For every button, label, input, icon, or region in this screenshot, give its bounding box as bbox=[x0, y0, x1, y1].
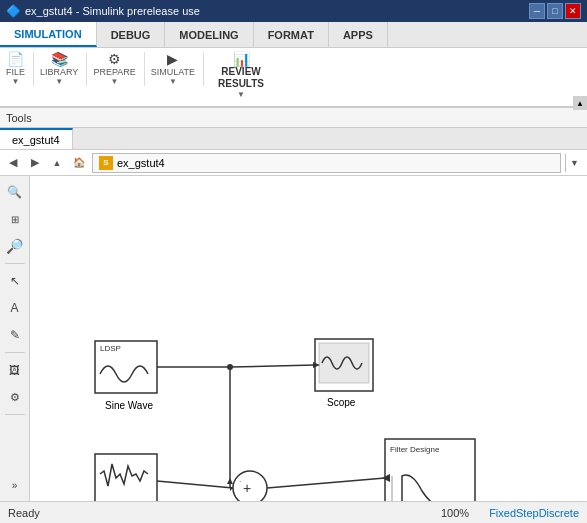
tools-label: Tools bbox=[6, 112, 32, 124]
image-button[interactable]: 🖼 bbox=[3, 358, 27, 382]
library-group-content: 📚 LIBRARY ▼ bbox=[40, 52, 78, 86]
simulate-group-content: ▶ SIMULATE ▼ bbox=[151, 52, 195, 86]
menu-tabs: SIMULATION DEBUG MODELING FORMAT APPS bbox=[0, 22, 587, 48]
address-model-icon: S bbox=[99, 156, 113, 170]
close-button[interactable]: ✕ bbox=[565, 3, 581, 19]
ribbon-group-library: 📚 LIBRARY ▼ bbox=[40, 52, 87, 86]
sum-top-arrow bbox=[227, 478, 233, 484]
review-icon: 📊 bbox=[233, 52, 250, 66]
library-icon: 📚 bbox=[51, 52, 68, 66]
wire-random-to-sum bbox=[157, 481, 233, 488]
wire-sum-to-filter bbox=[267, 478, 385, 488]
toolbar-separator-1 bbox=[5, 263, 25, 264]
library-label: LIBRARY bbox=[40, 67, 78, 77]
ribbon-group-file: 📄 FILE ▼ bbox=[6, 52, 34, 86]
wire-junction-to-scope bbox=[230, 365, 315, 367]
filter-top-label: Filter Designe bbox=[390, 445, 440, 454]
address-input[interactable]: S ex_gstut4 bbox=[92, 153, 561, 173]
tab-modeling[interactable]: MODELING bbox=[165, 22, 253, 47]
tools-bar: Tools bbox=[0, 108, 587, 128]
prepare-label: PREPARE bbox=[93, 67, 135, 77]
scope-label: Scope bbox=[327, 397, 356, 408]
properties-button[interactable]: ⚙ bbox=[3, 385, 27, 409]
review-label: REVIEWRESULTS bbox=[218, 66, 264, 90]
ribbon: 📄 FILE ▼ 📚 LIBRARY ▼ ⚙ PREPARE ▼ ▶ SIMUL… bbox=[0, 48, 587, 108]
connect-tool-button[interactable]: ✎ bbox=[3, 323, 27, 347]
address-path: ex_gstut4 bbox=[117, 157, 165, 169]
expand-button[interactable]: » bbox=[3, 473, 27, 497]
address-bar: ◀ ▶ ▲ 🏠 S ex_gstut4 ▼ bbox=[0, 150, 587, 176]
app-icon: 🔷 bbox=[6, 4, 21, 18]
prepare-icon: ⚙ bbox=[108, 52, 121, 66]
junction-dot bbox=[227, 364, 233, 370]
sine-wave-label: Sine Wave bbox=[105, 400, 153, 411]
nav-back-button[interactable]: ◀ bbox=[4, 154, 22, 172]
tab-bar: ex_gstut4 bbox=[0, 128, 587, 150]
file-group-content: 📄 FILE ▼ bbox=[6, 52, 25, 86]
toolbar-separator-2 bbox=[5, 352, 25, 353]
nav-forward-button[interactable]: ▶ bbox=[26, 154, 44, 172]
maximize-button[interactable]: □ bbox=[547, 3, 563, 19]
sum-plus-sign: + bbox=[243, 480, 251, 496]
file-icon: 📄 bbox=[7, 52, 24, 66]
library-arrow[interactable]: ▼ bbox=[55, 77, 63, 86]
text-tool-button[interactable]: A bbox=[3, 296, 27, 320]
ribbon-group-review: 📊 REVIEWRESULTS ▼ bbox=[210, 52, 272, 99]
zoom-out-button[interactable]: 🔎 bbox=[3, 234, 27, 258]
minimize-button[interactable]: ─ bbox=[529, 3, 545, 19]
left-toolbar: 🔍 ⊞ 🔎 ↖ A ✎ 🖼 ⚙ » bbox=[0, 176, 30, 501]
zoom-in-button[interactable]: 🔍 bbox=[3, 180, 27, 204]
canvas-svg: LDSP Sine Wave Random Source + · bbox=[30, 176, 587, 501]
status-bar: Ready 100% FixedStepDiscrete bbox=[0, 501, 587, 523]
simulate-arrow[interactable]: ▼ bbox=[169, 77, 177, 86]
status-zoom: 100% bbox=[441, 507, 469, 519]
status-ready: Ready bbox=[8, 507, 40, 519]
window-title: ex_gstut4 - Simulink prerelease use bbox=[25, 5, 200, 17]
status-mode[interactable]: FixedStepDiscrete bbox=[489, 507, 579, 519]
canvas[interactable]: LDSP Sine Wave Random Source + · bbox=[30, 176, 587, 501]
fit-view-button[interactable]: ⊞ bbox=[3, 207, 27, 231]
ribbon-collapse-button[interactable]: ▲ bbox=[573, 96, 587, 110]
title-bar-controls[interactable]: ─ □ ✕ bbox=[529, 3, 581, 19]
file-label: FILE bbox=[6, 67, 25, 77]
file-arrow[interactable]: ▼ bbox=[12, 77, 20, 86]
ribbon-group-simulate: ▶ SIMULATE ▼ bbox=[151, 52, 204, 86]
toolbar-separator-3 bbox=[5, 414, 25, 415]
ribbon-group-prepare: ⚙ PREPARE ▼ bbox=[93, 52, 144, 86]
nav-home-button[interactable]: 🏠 bbox=[70, 154, 88, 172]
address-dropdown-button[interactable]: ▼ bbox=[565, 154, 583, 172]
tab-debug[interactable]: DEBUG bbox=[97, 22, 166, 47]
select-tool-button[interactable]: ↖ bbox=[3, 269, 27, 293]
prepare-group-content: ⚙ PREPARE ▼ bbox=[93, 52, 135, 86]
nav-up-button[interactable]: ▲ bbox=[48, 154, 66, 172]
model-tab[interactable]: ex_gstut4 bbox=[0, 128, 73, 149]
tab-apps[interactable]: APPS bbox=[329, 22, 388, 47]
review-arrow[interactable]: ▼ bbox=[237, 90, 245, 99]
main-area: 🔍 ⊞ 🔎 ↖ A ✎ 🖼 ⚙ » LDSP Sine Wave Random bbox=[0, 176, 587, 501]
prepare-arrow[interactable]: ▼ bbox=[111, 77, 119, 86]
title-bar-left: 🔷 ex_gstut4 - Simulink prerelease use bbox=[6, 4, 200, 18]
status-right: 100% FixedStepDiscrete bbox=[441, 507, 579, 519]
sum-input-marker: · bbox=[239, 477, 241, 486]
title-bar: 🔷 ex_gstut4 - Simulink prerelease use ─ … bbox=[0, 0, 587, 22]
svg-text:LDSP: LDSP bbox=[100, 344, 121, 353]
simulate-label: SIMULATE bbox=[151, 67, 195, 77]
tab-format[interactable]: FORMAT bbox=[254, 22, 329, 47]
tab-simulation[interactable]: SIMULATION bbox=[0, 22, 97, 47]
simulate-icon: ▶ bbox=[167, 52, 178, 66]
